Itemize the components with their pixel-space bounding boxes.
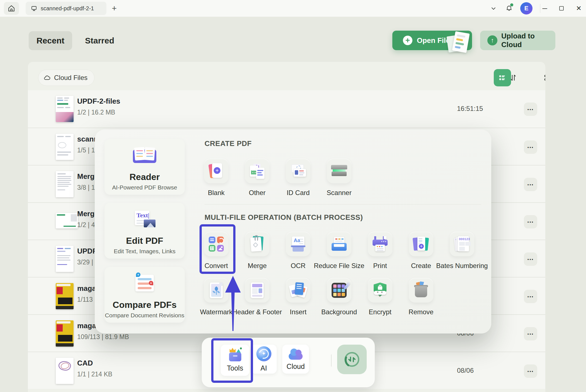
bates-numbering-icon: 000123 (454, 236, 470, 252)
tool-background[interactable]: Background (327, 278, 368, 320)
list-view-icon (498, 73, 507, 82)
tool-reduce-file-size[interactable]: Reduce File Size (327, 232, 368, 274)
edit-pdf-title: Edit PDF (104, 236, 185, 246)
row-more-button[interactable]: … (524, 103, 537, 116)
tool-print[interactable]: Print (368, 232, 409, 274)
cloud-icon (43, 74, 51, 81)
tool-remove[interactable]: Remove (409, 278, 450, 320)
file-time: 08/06 (457, 367, 474, 374)
pointer-arrow (220, 273, 248, 333)
reader-title: Reader (104, 172, 185, 182)
reader-book-icon (133, 147, 156, 164)
papers-illustration (446, 32, 471, 53)
edit-pdf-card[interactable]: Text| Edit PDF Edit Text, Images, Links (104, 203, 185, 259)
other-files-icon (249, 163, 265, 179)
insert-icon (290, 283, 306, 298)
plus-icon: + (403, 36, 412, 45)
bell-icon (505, 4, 513, 13)
sync-icon (342, 350, 362, 369)
title-bar: scanned-pdf-updf-2-1 + E ─ ✕ (0, 0, 586, 17)
row-more-button[interactable]: … (524, 252, 537, 266)
tools-popup: Reader AI-Powered PDF Browse Text| Edit … (95, 130, 491, 333)
notifications-button[interactable] (504, 3, 514, 13)
header-footer-icon (251, 283, 264, 298)
tab-recent[interactable]: Recent (29, 31, 72, 50)
file-thumbnail (56, 134, 74, 160)
file-meta: 1/1 | 214 KB (77, 371, 112, 378)
row-more-button[interactable]: … (524, 290, 537, 303)
tool-bates-numbering[interactable]: 000123 Bates Numbering (450, 232, 491, 274)
close-button[interactable]: ✕ (573, 3, 584, 13)
row-more-button[interactable]: … (524, 140, 537, 154)
minimize-icon: ─ (542, 4, 547, 12)
maximize-icon (559, 6, 564, 11)
background-icon (332, 283, 347, 298)
file-name: UPDF-2-files (77, 97, 120, 106)
new-tab-button[interactable]: + (109, 3, 119, 13)
minimize-button[interactable]: ─ (539, 3, 550, 13)
print-icon (373, 236, 388, 252)
file-name: CAD (77, 359, 93, 367)
chevron-down-icon (490, 5, 497, 11)
file-thumbnail (56, 358, 74, 384)
tabs-dropdown-button[interactable] (488, 3, 499, 13)
cloud-button[interactable]: Cloud (282, 345, 309, 374)
tool-blank[interactable]: + Blank (204, 159, 245, 201)
compare-pdfs-card[interactable]: + × Compare PDFs Compare Document Revisi… (104, 267, 185, 323)
tab-starred[interactable]: Starred (85, 31, 114, 50)
create-icon: + (413, 237, 429, 252)
monitor-icon (31, 5, 37, 12)
upload-label: Upload to Cloud (501, 32, 555, 49)
notification-dot (510, 3, 513, 6)
list-view-button[interactable] (494, 69, 511, 86)
file-meta: 109/113 | 81.9 MB (77, 333, 129, 341)
create-pdf-section-title: CREATE PDF (205, 139, 252, 148)
compare-pdfs-icon: + × (135, 275, 154, 291)
tab-title: scanned-pdf-updf-2-1 (41, 5, 94, 12)
home-button[interactable] (4, 2, 19, 15)
ocr-icon: Aa (291, 237, 305, 252)
home-icon (8, 5, 15, 12)
sync-button[interactable] (337, 345, 367, 374)
document-tab[interactable]: scanned-pdf-updf-2-1 (26, 2, 106, 15)
file-thumbnail (56, 246, 74, 272)
file-thumbnail (56, 171, 74, 197)
remove-icon (414, 283, 428, 298)
row-more-button[interactable]: … (524, 215, 537, 228)
maximize-button[interactable] (556, 3, 567, 13)
file-thumbnail (56, 213, 78, 228)
tools-button[interactable]: Tools (221, 345, 249, 376)
tool-scanner[interactable]: Scanner (327, 159, 368, 201)
tool-other[interactable]: Other (245, 159, 286, 201)
ai-label: AI (261, 364, 267, 372)
cloud-tab-icon (287, 348, 304, 360)
tool-header-footer[interactable]: Header & Footer (245, 278, 286, 320)
upload-to-cloud-button[interactable]: ↑ Upload to Cloud (480, 31, 555, 50)
reader-card[interactable]: Reader AI-Powered PDF Browse (104, 139, 185, 195)
row-more-button[interactable]: … (524, 364, 537, 378)
grid-view-button[interactable] (541, 71, 545, 84)
file-row[interactable]: UPDF-2-files 1/2 | 16.2 MB 16:51:15 … (28, 90, 545, 128)
edit-pdf-subtitle: Edit Text, Images, Links (104, 248, 185, 255)
tool-encrypt[interactable]: ＊＊＊ Encrypt (368, 278, 409, 320)
toolbar-divider (331, 354, 332, 367)
convert-icon (209, 237, 224, 252)
file-time: 16:51:15 (457, 105, 483, 113)
tool-id-card[interactable]: ID Card (286, 159, 327, 201)
cloud-files-label: Cloud Files (54, 74, 87, 82)
ai-button[interactable]: ✦ AI (251, 345, 277, 374)
avatar[interactable]: E (520, 2, 532, 14)
compare-pdfs-subtitle: Compare Document Revisions (104, 312, 185, 319)
tool-insert[interactable]: Insert (286, 278, 327, 320)
row-more-button[interactable]: … (524, 327, 537, 340)
tool-merge[interactable]: Merge (245, 232, 286, 274)
reader-subtitle: AI-Powered PDF Browse (104, 184, 185, 191)
edit-pdf-icon: Text| (134, 211, 155, 227)
open-file-button[interactable]: + Open File (392, 31, 472, 50)
row-more-button[interactable]: … (524, 178, 537, 191)
reduce-file-size-icon (332, 237, 347, 251)
tool-convert[interactable]: Convert (204, 232, 245, 274)
blank-icon: + (209, 163, 223, 179)
tools-label: Tools (227, 364, 243, 372)
cloud-files-button[interactable]: Cloud Files (38, 70, 94, 86)
